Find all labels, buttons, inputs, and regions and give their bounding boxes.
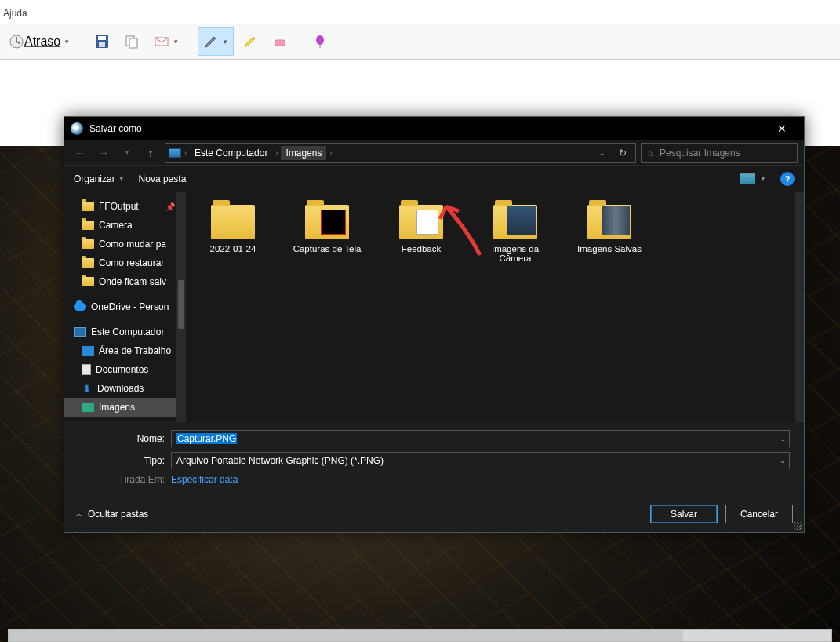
chevron-down-icon: ▼ — [64, 38, 70, 46]
close-button[interactable]: ✕ — [766, 117, 798, 140]
folder-2022-01-24[interactable]: 2022-01-24 — [194, 205, 272, 254]
svg-rect-5 — [129, 38, 137, 48]
pen-icon — [203, 34, 219, 49]
tree-item-documents[interactable]: Documentos — [64, 360, 186, 379]
tree-item-este-computador[interactable]: Este Computador — [64, 323, 186, 341]
filetype-select[interactable]: Arquivo Portable Network Graphic (PNG) (… — [171, 452, 790, 469]
svg-rect-3 — [99, 42, 105, 47]
folder-icon — [82, 202, 94, 211]
chevron-down-icon: ▼ — [118, 175, 125, 182]
recent-dropdown[interactable]: ▾ — [118, 144, 136, 162]
document-icon — [82, 364, 91, 375]
dialog-footer: ︿ Ocultar pastas Salvar Cancelar — [64, 496, 804, 532]
folder-tree: FFOutput📌 Camera Como mudar pa Como rest… — [64, 192, 186, 422]
forward-button[interactable]: → — [94, 144, 113, 162]
folder-icon — [82, 239, 94, 249]
tree-item-downloads[interactable]: ⬇Downloads — [64, 379, 186, 398]
chevron-down-icon[interactable]: ⌄ — [780, 435, 786, 443]
specify-date-link[interactable]: Especificar data — [171, 474, 238, 485]
clock-icon — [9, 34, 24, 49]
mail-button[interactable]: ▼ — [148, 27, 184, 56]
balloon-icon — [312, 34, 328, 49]
view-icon — [740, 173, 755, 184]
folder-icon — [82, 258, 94, 268]
copy-button[interactable] — [118, 27, 145, 56]
filetype-label: Tipo: — [78, 455, 165, 466]
view-button[interactable]: ▼ — [740, 173, 766, 184]
tree-item-onde-ficam[interactable]: Onde ficam salv — [64, 272, 186, 291]
refresh-button[interactable]: ↻ — [613, 148, 632, 159]
filename-input[interactable]: Capturar.PNG ⌄ — [171, 430, 790, 447]
pen-tool-button[interactable]: ▼ — [198, 27, 234, 56]
sidebar-scrollbar[interactable] — [176, 192, 186, 422]
envelope-icon — [154, 34, 169, 49]
folder-icon — [399, 205, 443, 239]
resize-grip[interactable] — [794, 522, 802, 530]
app-toolbar: Atraso ▼ ▼ ▼ — [0, 24, 840, 60]
eraser-button[interactable] — [267, 27, 293, 56]
app-icon — [71, 122, 83, 135]
folder-icon — [587, 205, 631, 239]
address-dropdown[interactable]: ⌄ — [595, 149, 610, 157]
pc-icon — [74, 327, 86, 337]
dialog-body: FFOutput📌 Camera Como mudar pa Como rest… — [64, 192, 804, 422]
chevron-right-icon[interactable]: › — [275, 149, 278, 157]
search-placeholder: Pesquisar Imagens — [660, 148, 740, 159]
search-icon: ⌕ — [648, 148, 653, 159]
svg-point-8 — [316, 35, 324, 45]
tree-item-ffoutput[interactable]: FFOutput📌 — [64, 197, 186, 216]
menu-help[interactable]: Ajuda — [3, 8, 27, 19]
chevron-down-icon: ▼ — [760, 175, 766, 182]
tree-item-images[interactable]: Imagens — [64, 398, 186, 417]
hide-folders-button[interactable]: ︿ Ocultar pastas — [75, 509, 148, 520]
date-taken-label: Tirada Em: — [78, 474, 165, 485]
highlighter-button[interactable] — [237, 27, 264, 56]
cancel-button[interactable]: Cancelar — [725, 505, 793, 523]
folder-imagens-camera[interactable]: Imagens da Câmera — [476, 205, 555, 263]
tree-item-como-mudar[interactable]: Como mudar pa — [64, 235, 186, 254]
eraser-icon — [272, 34, 288, 49]
pin-icon: 📌 — [165, 202, 175, 211]
save-button[interactable]: Salvar — [650, 505, 718, 523]
chevron-down-icon: ▼ — [222, 38, 228, 46]
nav-bar: ← → ▾ ↑ › Este Computador › Imagens › ⌄ … — [64, 140, 804, 166]
folder-feedback[interactable]: Feedback — [382, 205, 460, 254]
tree-item-como-restaurar[interactable]: Como restaurar — [64, 254, 186, 272]
chevron-up-icon: ︿ — [75, 509, 83, 520]
desktop-icon — [82, 346, 94, 356]
command-bar: Organizar ▼ Nova pasta ▼ ? — [64, 166, 804, 192]
svg-rect-2 — [98, 36, 106, 40]
save-as-dialog: Salvar como ✕ ← → ▾ ↑ › Este Computador … — [64, 116, 805, 533]
folder-icon — [82, 221, 94, 230]
organize-button[interactable]: Organizar ▼ — [74, 173, 125, 184]
breadcrumb-current[interactable]: Imagens — [281, 146, 326, 160]
folder-capturas[interactable]: Capturas de Tela — [288, 205, 366, 254]
search-input[interactable]: ⌕ Pesquisar Imagens — [641, 143, 798, 163]
chevron-down-icon[interactable]: ⌄ — [780, 457, 786, 465]
filename-label: Nome: — [78, 433, 165, 444]
organize-label: Organizar — [74, 173, 115, 184]
folder-icon — [82, 277, 94, 286]
chevron-right-icon[interactable]: › — [184, 149, 187, 157]
status-bar — [8, 629, 832, 642]
address-bar[interactable]: › Este Computador › Imagens › ⌄ ↻ — [165, 143, 636, 163]
breadcrumb-root[interactable]: Este Computador — [190, 146, 272, 160]
help-button[interactable]: ? — [780, 172, 795, 186]
back-button[interactable]: ← — [71, 144, 89, 162]
tree-item-camera[interactable]: Camera — [64, 216, 186, 235]
folder-content[interactable]: 2022-01-24 Capturas de Tela Feedback Ima… — [186, 192, 804, 422]
new-folder-button[interactable]: Nova pasta — [139, 173, 187, 184]
chevron-right-icon[interactable]: › — [329, 149, 332, 157]
floppy-icon — [94, 34, 110, 49]
copy-icon — [124, 34, 140, 49]
download-icon: ⬇ — [82, 383, 93, 394]
save-button[interactable] — [89, 27, 115, 56]
up-button[interactable]: ↑ — [141, 144, 160, 162]
folder-icon — [211, 205, 255, 239]
delay-button[interactable]: Atraso ▼ — [3, 27, 75, 56]
folder-imagens-salvas[interactable]: Imagens Salvas — [570, 205, 649, 254]
tree-item-desktop[interactable]: Área de Trabalho — [64, 341, 186, 360]
color-button[interactable] — [307, 27, 333, 56]
content-scrollbar[interactable] — [795, 192, 804, 422]
tree-item-onedrive[interactable]: OneDrive - Person — [64, 297, 186, 316]
